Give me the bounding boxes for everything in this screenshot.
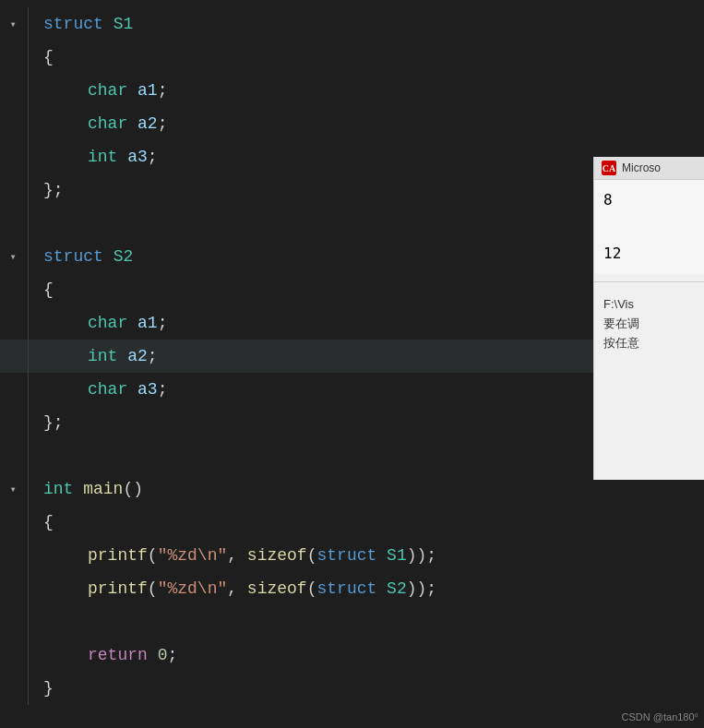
- token: struct: [316, 579, 387, 598]
- token: ;: [158, 81, 168, 100]
- code-line: char a2;: [0, 107, 609, 140]
- token: int: [88, 347, 127, 365]
- code-text: {: [29, 41, 54, 74]
- watermark: CSDN @tan180°: [622, 711, 698, 722]
- token: ;: [158, 380, 168, 399]
- vertical-guide: [28, 605, 29, 638]
- code-line: ▾int main(): [0, 472, 609, 506]
- token: };: [43, 413, 64, 432]
- token: return: [88, 646, 158, 664]
- code-line: {: [0, 273, 609, 306]
- code-line: ▾struct S1: [0, 7, 609, 41]
- code-editor[interactable]: ▾struct S1{char a1;char a2;int a3;};▾str…: [0, 0, 609, 728]
- code-line: printf("%zd\n", sizeof(struct S1));: [0, 539, 609, 572]
- token: ;: [148, 148, 158, 166]
- output-line-2: 12: [603, 241, 695, 268]
- info-line-2: 要在调: [603, 315, 695, 334]
- token: a2: [127, 347, 148, 365]
- code-text: char a3;: [29, 373, 167, 406]
- token: (: [148, 579, 158, 598]
- token: int: [43, 480, 83, 498]
- token: ;: [158, 114, 168, 133]
- token: (: [307, 579, 317, 598]
- token: printf: [88, 579, 148, 598]
- code-line: [0, 207, 609, 240]
- code-text: char a1;: [29, 74, 167, 107]
- token: {: [43, 48, 54, 66]
- token: ;: [148, 347, 158, 365]
- code-text: printf("%zd\n", sizeof(struct S2));: [29, 572, 436, 605]
- token: struct: [43, 15, 113, 33]
- token: a2: [137, 114, 158, 133]
- token: 0: [158, 646, 168, 664]
- gutter-cell: ▾: [0, 483, 26, 496]
- token: char: [88, 380, 137, 399]
- token: {: [43, 513, 54, 531]
- code-line: {: [0, 506, 609, 539]
- code-text: struct S2: [29, 240, 133, 273]
- code-line: char a3;: [0, 373, 609, 406]
- token: sizeof: [247, 579, 307, 598]
- code-text: char a1;: [29, 306, 167, 340]
- code-text: {: [29, 506, 54, 539]
- token: "%zd\n": [158, 579, 228, 598]
- token: S1: [387, 546, 407, 565]
- token: char: [88, 81, 137, 100]
- token: ));: [407, 579, 436, 598]
- gutter-cell: ▾: [0, 18, 26, 31]
- code-text: printf("%zd\n", sizeof(struct S1));: [29, 539, 436, 572]
- console-title: Microso: [622, 161, 661, 174]
- console-output: 8 12: [594, 180, 704, 274]
- code-text: {: [29, 273, 54, 306]
- console-separator: [594, 281, 704, 282]
- token: {: [43, 280, 54, 299]
- console-info: F:\Vis 要在调 按任意: [594, 290, 704, 358]
- token: char: [88, 314, 137, 332]
- token: (): [123, 480, 143, 498]
- output-line-1: 8: [603, 187, 695, 214]
- token: "%zd\n": [158, 546, 228, 565]
- token: (: [148, 546, 158, 565]
- code-line: printf("%zd\n", sizeof(struct S2));: [0, 572, 609, 605]
- token: struct: [43, 247, 113, 266]
- fold-arrow-icon[interactable]: ▾: [9, 18, 16, 31]
- vertical-guide: [28, 207, 29, 240]
- token: main: [83, 480, 123, 498]
- info-line-3: 按任意: [603, 334, 695, 353]
- token: ;: [158, 314, 168, 332]
- code-line: int a2;: [0, 340, 609, 373]
- gutter-cell: ▾: [0, 250, 26, 264]
- code-text: };: [29, 406, 64, 439]
- code-text: char a2;: [29, 107, 167, 140]
- token: ));: [407, 546, 436, 565]
- token: sizeof: [247, 546, 307, 565]
- code-text: };: [29, 173, 64, 207]
- code-line: return 0;: [0, 638, 609, 672]
- token: S2: [387, 579, 407, 598]
- vertical-guide: [28, 439, 29, 472]
- code-line: char a1;: [0, 306, 609, 340]
- token: a1: [137, 81, 158, 100]
- token: S2: [113, 247, 134, 266]
- fold-arrow-icon[interactable]: ▾: [9, 483, 16, 496]
- token: S1: [113, 15, 134, 33]
- code-line: [0, 605, 609, 638]
- token: (: [307, 546, 317, 565]
- token: a1: [137, 314, 158, 332]
- code-line: char a1;: [0, 74, 609, 107]
- code-line: int a3;: [0, 140, 609, 173]
- token: };: [43, 181, 64, 199]
- token: ;: [167, 646, 177, 664]
- fold-arrow-icon[interactable]: ▾: [9, 250, 16, 264]
- info-line-1: F:\Vis: [603, 295, 695, 315]
- code-line: [0, 439, 609, 472]
- ca-icon: CA: [602, 161, 616, 175]
- code-text: return 0;: [29, 638, 177, 672]
- code-text: }: [29, 672, 54, 705]
- console-title-bar: CA Microso: [594, 157, 704, 180]
- code-text: int a3;: [29, 140, 158, 173]
- code-line: {: [0, 41, 609, 74]
- code-text: int main(): [29, 472, 143, 506]
- code-text: int a2;: [29, 340, 158, 373]
- token: a3: [137, 380, 158, 399]
